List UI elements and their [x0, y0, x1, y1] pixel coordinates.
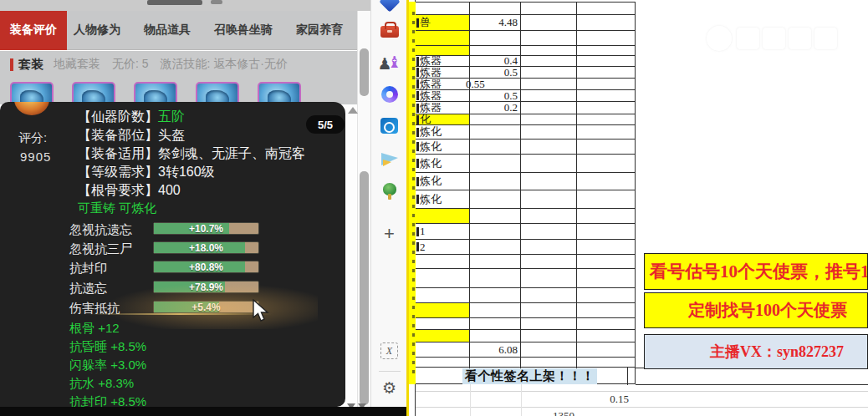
- sheet-cell[interactable]: [521, 102, 577, 114]
- sheet-label-cell[interactable]: 1: [416, 224, 470, 240]
- sheet-cell[interactable]: [521, 190, 577, 209]
- sheet-cell[interactable]: [577, 330, 636, 342]
- sheet-cell[interactable]: [577, 46, 636, 56]
- diamond-icon[interactable]: [371, 0, 407, 12]
- sheet-value-cell[interactable]: 4.48: [470, 15, 521, 31]
- sheet-value-cell[interactable]: [470, 125, 521, 140]
- sheet-cell[interactable]: [577, 358, 636, 368]
- sheet-cell[interactable]: [521, 255, 577, 269]
- scrollbar-thumb-top[interactable]: [360, 48, 369, 96]
- sheet-cell[interactable]: [577, 209, 636, 224]
- sheet-cell[interactable]: [521, 90, 577, 102]
- sheet-value-cell[interactable]: [470, 240, 521, 255]
- sheet-label-cell[interactable]: [416, 358, 470, 368]
- announcement-cell[interactable]: 定制找号100个天使票: [644, 292, 868, 328]
- sheet-label-cell[interactable]: 炼器: [416, 67, 470, 79]
- scrollbar-thumb[interactable]: [360, 171, 369, 405]
- chess-icon[interactable]: ♟♝: [371, 53, 407, 73]
- sheet-label-cell[interactable]: 2: [416, 240, 470, 255]
- sheet-cell[interactable]: [521, 269, 577, 288]
- sheet-label-cell[interactable]: 兽: [416, 15, 470, 31]
- sheet-label-cell[interactable]: [416, 269, 470, 288]
- sheet-value-cell[interactable]: [470, 288, 521, 303]
- sheet-label-cell[interactable]: [416, 303, 470, 318]
- sheet-value-cell[interactable]: 0.2: [470, 102, 521, 114]
- sheet-cell[interactable]: [577, 90, 636, 102]
- sheet-value-cell[interactable]: [470, 173, 521, 190]
- sheet-value-cell[interactable]: [470, 269, 521, 288]
- sheet-label-cell[interactable]: 炼器: [416, 102, 470, 114]
- sheet-cell[interactable]: [521, 209, 577, 224]
- sheet-value-cell[interactable]: [470, 114, 521, 125]
- sheet-cell[interactable]: [521, 318, 577, 330]
- sheet-cell[interactable]: [577, 102, 636, 114]
- scroll-up-icon[interactable]: [348, 107, 358, 114]
- sheet-cell[interactable]: [521, 173, 577, 190]
- sheet-value-cell[interactable]: [470, 330, 521, 342]
- sheet-cell[interactable]: [521, 342, 577, 358]
- sheet-value-cell[interactable]: [470, 140, 521, 155]
- sheet-value-cell[interactable]: [470, 190, 521, 209]
- loop-icon[interactable]: [371, 84, 407, 104]
- sheet-value-cell[interactable]: [470, 318, 521, 330]
- sheet-cell[interactable]: [577, 56, 636, 67]
- sheet-cell[interactable]: [521, 125, 577, 140]
- sheet-label-cell[interactable]: [416, 255, 470, 269]
- sheet-cell[interactable]: [521, 330, 577, 342]
- sheet-label-cell[interactable]: [416, 288, 470, 303]
- tab-装备评价[interactable]: 装备评价: [0, 11, 67, 50]
- sheet-cell[interactable]: [521, 2, 577, 15]
- sheet-cell[interactable]: [521, 155, 577, 173]
- sheet-cell[interactable]: [521, 56, 577, 67]
- sheet-label-cell[interactable]: 炼化: [416, 190, 470, 209]
- announcement-cell[interactable]: 看号估号10个天使票，推号100—: [644, 253, 868, 290]
- sheet-value-cell[interactable]: [470, 255, 521, 269]
- sheet-label-cell[interactable]: 炼器: [416, 79, 470, 90]
- sheet-label-cell[interactable]: 炼器: [416, 90, 470, 102]
- sheet-label-cell[interactable]: 炼化: [416, 140, 470, 155]
- sheet-cell[interactable]: [521, 303, 577, 318]
- sheet-label-cell[interactable]: [416, 2, 470, 15]
- sheet-value-cell[interactable]: 6.08: [470, 342, 521, 358]
- sheet-value-cell[interactable]: [470, 209, 521, 224]
- sheet-cell[interactable]: [577, 67, 636, 79]
- tab-物品道具[interactable]: 物品道具: [144, 23, 191, 38]
- tab-召唤兽坐骑[interactable]: 召唤兽坐骑: [214, 23, 273, 38]
- sheet-cell[interactable]: [521, 15, 577, 31]
- cell-value-015[interactable]: 0.15: [577, 393, 629, 406]
- sheet-cell[interactable]: [521, 224, 577, 240]
- sheet-label-cell[interactable]: [416, 330, 470, 342]
- selected-cell-text[interactable]: 看个性签名上架！！！: [462, 368, 597, 384]
- sheet-cell[interactable]: [577, 224, 636, 240]
- sheet-label-cell[interactable]: 化: [416, 114, 470, 125]
- sheet-value-cell[interactable]: [470, 31, 521, 46]
- sheet-value-cell[interactable]: [470, 303, 521, 318]
- game-scrollbar[interactable]: [357, 11, 370, 407]
- sheet-value-cell[interactable]: 0.5: [470, 90, 521, 102]
- sheet-cell[interactable]: [577, 173, 636, 190]
- sheet-cell[interactable]: [577, 288, 636, 303]
- paper-plane-icon[interactable]: [371, 149, 407, 169]
- sheet-cell[interactable]: [521, 288, 577, 303]
- sheet-value-cell[interactable]: [470, 2, 521, 15]
- sheet-label-cell[interactable]: [416, 209, 470, 224]
- sheet-value-cell[interactable]: [470, 46, 521, 56]
- sheet-cell[interactable]: [577, 190, 636, 209]
- cell-value-1350[interactable]: 1350: [521, 409, 574, 416]
- sheet-value-cell[interactable]: [470, 358, 521, 368]
- sheet-label-cell[interactable]: [416, 318, 470, 330]
- sheet-value-cell[interactable]: [470, 155, 521, 173]
- sheet-cell[interactable]: [521, 67, 577, 79]
- sheet-label-cell[interactable]: 炼器: [416, 56, 470, 67]
- sheet-value-cell[interactable]: 0.5: [470, 67, 521, 79]
- toolbox-icon[interactable]: [371, 22, 407, 42]
- sheet-cell[interactable]: [521, 140, 577, 155]
- gear-icon[interactable]: ⚙: [371, 378, 407, 398]
- sheet-cell[interactable]: [577, 2, 636, 15]
- sheet-cell[interactable]: [521, 31, 577, 46]
- sheet-cell[interactable]: [577, 342, 636, 358]
- sheet-cell[interactable]: [577, 303, 636, 318]
- sheet-cell[interactable]: [577, 318, 636, 330]
- sheet-label-cell[interactable]: 炼化: [416, 155, 470, 173]
- sheet-cell[interactable]: [521, 46, 577, 56]
